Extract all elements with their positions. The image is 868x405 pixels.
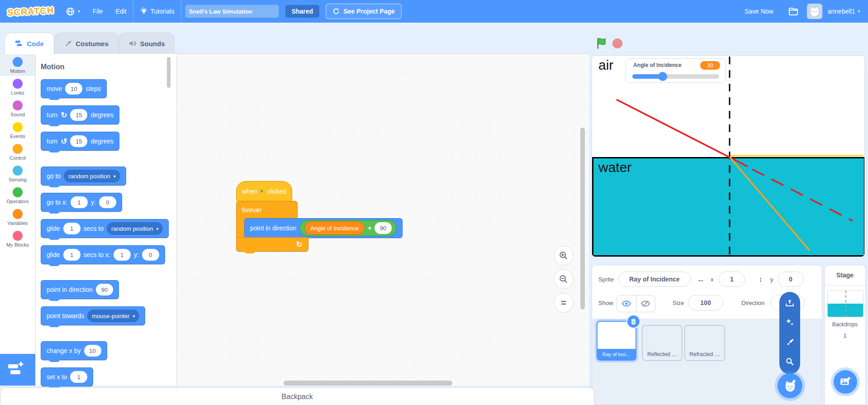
- block-move-steps[interactable]: move10steps: [41, 79, 107, 98]
- script-when-flag-clicked[interactable]: when clicked: [236, 181, 292, 202]
- sprite-name-input[interactable]: Ray of Incidence: [618, 272, 691, 287]
- sprite-size-input[interactable]: 100: [688, 295, 723, 310]
- sprite-card-refracted[interactable]: Refracted …: [684, 325, 725, 361]
- direction-label: Direction: [741, 300, 764, 306]
- block-change-x-by[interactable]: change x by10: [41, 341, 107, 360]
- block-number-input[interactable]: 1: [63, 223, 81, 234]
- category-variables[interactable]: Variables: [0, 206, 35, 228]
- my-stuff-button[interactable]: [782, 0, 805, 23]
- avatar[interactable]: [807, 4, 822, 19]
- category-events[interactable]: Events: [0, 119, 35, 141]
- sprite-y-input[interactable]: 0: [778, 272, 804, 287]
- script-forever-bottom[interactable]: ↻: [236, 237, 308, 252]
- show-sprite-button[interactable]: [617, 295, 636, 312]
- monitor-name: Angle of Incidence: [633, 62, 682, 68]
- block-goto-random[interactable]: go torandom position▾: [41, 167, 126, 186]
- stage-selector-panel[interactable]: Stage Backdrops 1: [824, 265, 866, 405]
- scratch-logo[interactable]: SCRATCH: [7, 5, 54, 18]
- variable-angle-of-incidence[interactable]: Angle of Incidence: [304, 221, 365, 235]
- block-number-input[interactable]: 15: [70, 109, 87, 121]
- zoom-reset-button[interactable]: =: [554, 293, 574, 313]
- tutorials-menu[interactable]: Tutorials: [133, 0, 181, 23]
- script-point-in-direction[interactable]: point in direction Angle of Incidence + …: [244, 218, 403, 238]
- zoom-out-icon: [559, 274, 569, 284]
- add-extension-button[interactable]: [0, 354, 35, 386]
- block-glide-random[interactable]: glide1secs torandom position▾: [41, 219, 169, 238]
- block-dropdown[interactable]: mouse-pointer▾: [87, 310, 139, 322]
- paint-sprite-button[interactable]: [779, 333, 800, 352]
- block-number-input[interactable]: 15: [70, 135, 87, 147]
- block-number-input[interactable]: 10: [65, 83, 82, 95]
- block-set-x-to[interactable]: set x to1: [41, 367, 93, 386]
- canvas-vertical-scrollbar[interactable]: [580, 128, 585, 310]
- hide-sprite-button[interactable]: [636, 295, 655, 312]
- add-sprite-button[interactable]: [778, 373, 802, 398]
- upload-sprite-button[interactable]: [779, 294, 800, 313]
- sprite-x-input[interactable]: 1: [719, 272, 745, 287]
- green-flag-button[interactable]: [595, 37, 608, 50]
- palette-header: Motion: [41, 63, 64, 71]
- block-glide-xy[interactable]: glide1secs to x:1y:0: [41, 245, 165, 264]
- variable-monitor[interactable]: Angle of Incidence 30: [626, 58, 726, 83]
- block-number-input[interactable]: 10: [84, 345, 101, 357]
- surprise-sprite-button[interactable]: [779, 313, 800, 332]
- search-sprite-button[interactable]: [779, 352, 800, 371]
- block-number-input[interactable]: 1: [63, 249, 81, 261]
- backpack-bar[interactable]: Backpack: [0, 387, 594, 405]
- block-number-input[interactable]: 1: [70, 371, 87, 383]
- block-point-in-direction[interactable]: point in direction90: [41, 280, 119, 299]
- tab-costumes[interactable]: Costumes: [54, 33, 119, 54]
- category-sensing[interactable]: Sensing: [0, 163, 35, 185]
- canvas-horizontal-scrollbar[interactable]: [284, 381, 452, 386]
- see-project-page-button[interactable]: See Project Page: [326, 4, 402, 19]
- stop-button[interactable]: [612, 38, 623, 49]
- script-forever-top[interactable]: forever: [236, 201, 298, 219]
- cat-plus-icon: [783, 379, 797, 393]
- tab-sounds[interactable]: Sounds: [119, 33, 175, 54]
- monitor-slider-thumb[interactable]: [658, 72, 667, 81]
- file-menu[interactable]: File: [86, 0, 109, 23]
- operator-add[interactable]: Angle of Incidence + 90: [299, 220, 397, 236]
- block-number-input[interactable]: 1: [114, 249, 131, 261]
- block-dropdown[interactable]: random position▾: [64, 170, 120, 182]
- stage[interactable]: air water Angle of Incidence 30: [592, 55, 865, 257]
- block-dropdown[interactable]: random position▾: [107, 222, 163, 235]
- block-text: steps: [85, 85, 100, 92]
- operand-input[interactable]: 90: [375, 222, 392, 234]
- category-control[interactable]: Control: [0, 141, 35, 163]
- turn-cw-icon: ↻: [61, 111, 67, 119]
- monitor-slider[interactable]: [632, 74, 719, 79]
- block-number-input[interactable]: 0: [142, 249, 159, 261]
- backdrop-thumbnail[interactable]: [827, 290, 863, 317]
- category-sound[interactable]: Sound: [0, 98, 35, 119]
- save-now-button[interactable]: Save Now: [738, 0, 780, 23]
- account-menu[interactable]: annebell1 ▾: [824, 0, 863, 23]
- zoom-in-button[interactable]: [554, 246, 574, 266]
- sprite-card-name: Ray of Inci…: [598, 349, 636, 360]
- block-number-input[interactable]: 0: [99, 196, 116, 208]
- project-title-input[interactable]: [185, 5, 279, 18]
- language-selector[interactable]: ▾: [59, 0, 86, 23]
- block-number-input[interactable]: 90: [96, 284, 113, 295]
- category-looks[interactable]: Looks: [0, 76, 35, 98]
- category-operators[interactable]: Operators: [0, 185, 35, 206]
- category-my-blocks[interactable]: My Blocks: [0, 228, 35, 250]
- palette-scrollbar[interactable]: [167, 57, 171, 88]
- divider: [825, 285, 865, 286]
- zoom-out-button[interactable]: [554, 269, 574, 289]
- block-turn-cw[interactable]: turn↻15degrees: [41, 105, 119, 124]
- add-backdrop-button[interactable]: [834, 370, 857, 394]
- block-palette: Motion move10steps turn↻15degrees turn↺1…: [36, 54, 177, 386]
- category-motion[interactable]: Motion: [0, 54, 35, 76]
- delete-sprite-button[interactable]: [626, 314, 640, 329]
- edit-menu[interactable]: Edit: [109, 0, 133, 23]
- block-turn-ccw[interactable]: turn↺15degrees: [41, 132, 119, 151]
- sprite-card-reflected[interactable]: Reflected …: [642, 325, 683, 361]
- tab-code[interactable]: Code: [5, 33, 54, 54]
- block-number-input[interactable]: 1: [71, 196, 88, 208]
- block-text: y:: [91, 199, 96, 206]
- shared-button[interactable]: Shared: [285, 5, 319, 18]
- code-canvas[interactable]: when clicked forever point in direction …: [177, 54, 589, 386]
- block-goto-xy[interactable]: go to x:1y:0: [41, 193, 122, 212]
- block-point-towards[interactable]: point towardsmouse-pointer▾: [41, 306, 145, 325]
